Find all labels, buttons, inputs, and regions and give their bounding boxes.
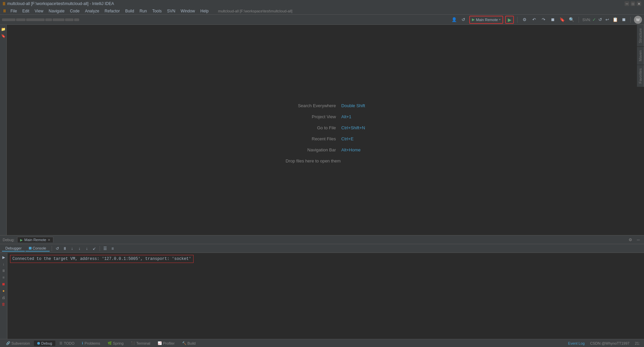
debug-frames-button[interactable]: ☰ <box>102 245 109 252</box>
close-button[interactable]: ✕ <box>637 1 641 6</box>
main-remote-button[interactable]: ▶ Main Remote ▾ <box>469 16 503 24</box>
app-icon: II <box>1 8 8 13</box>
avatar[interactable]: W <box>634 16 642 24</box>
todo-icon: ☰ <box>59 341 62 345</box>
menu-navigate[interactable]: Navigate <box>46 8 67 14</box>
menu-refactor[interactable]: Refactor <box>102 8 122 14</box>
debug-watches-button[interactable]: ≡ <box>109 245 116 252</box>
profiler-label: Profiler <box>163 341 175 345</box>
svn-check-icon: ✓ <box>592 17 596 22</box>
status-tab-profiler[interactable]: 📈 Profiler <box>154 341 178 346</box>
svn-area: SVN: ✓ ↺ ↩ 📋 ⏹ <box>582 17 627 22</box>
debug-left-buttons: ▶ ↓ ⏸ ≡ ⏹ ● 🖨 🗑 <box>0 253 7 339</box>
debug-delete-button[interactable]: 🗑 <box>1 301 7 307</box>
status-tab-terminal[interactable]: ⬛ Terminal <box>127 341 154 346</box>
remote-debug-button[interactable]: ▶ <box>505 16 514 24</box>
toolbar-nav-group <box>2 18 79 21</box>
status-tab-build[interactable]: 🔨 Build <box>179 341 199 346</box>
user-button[interactable]: 👤 <box>450 16 458 23</box>
toolbar-placeholder-7 <box>74 18 79 21</box>
titlebar: II multcloud-all [F:\workspace\test\mult… <box>0 0 644 7</box>
editor-hints: Search Everywhere Double Shift Project V… <box>286 103 365 163</box>
debug-session-tab[interactable]: ▶ Main Remote ✕ <box>17 237 53 242</box>
minimize-button[interactable]: ─ <box>625 1 629 6</box>
main-area: 📁 🔖 Search Everywhere Double Shift Proje… <box>0 25 644 235</box>
bookmark-btn[interactable]: 🔖 <box>558 16 566 23</box>
sync-button[interactable]: ↺ <box>460 16 467 23</box>
debug-resume-button[interactable]: ↓ <box>69 245 75 252</box>
hint-search-shortcut: Double Shift <box>341 103 365 108</box>
debug-header: Debug: ▶ Main Remote ✕ ⚙ ─ <box>0 235 644 244</box>
favorites-tab[interactable]: Favorites <box>637 65 644 87</box>
debug-minimize-button[interactable]: ─ <box>635 237 641 243</box>
svn-undo-button[interactable]: ↩ <box>604 17 610 22</box>
debug-pause-button[interactable]: ⏸ <box>1 268 7 274</box>
project-path: multcloud-all [F:\workspace\test\multclo… <box>218 9 292 13</box>
tab-debugger[interactable]: Debugger <box>2 246 25 252</box>
status-tab-problems[interactable]: ℹ Problems <box>78 341 103 346</box>
debug-btn-4[interactable]: ⏹ <box>549 16 556 23</box>
menu-run[interactable]: Run <box>137 8 150 14</box>
debug-step-button[interactable]: ↓ <box>1 261 7 267</box>
debug-force-button[interactable]: ↙ <box>91 245 98 252</box>
debug-rerun-button[interactable]: ↺ <box>54 245 61 252</box>
toolbar-placeholder-1 <box>2 18 15 21</box>
svn-label: SVN: <box>582 18 591 22</box>
maven-tab[interactable]: Maven <box>637 47 644 65</box>
debug-stop-red-button[interactable]: ⏹ <box>1 281 7 287</box>
event-log-button[interactable]: Event Log <box>567 341 586 346</box>
sidebar-project-icon[interactable]: 📁 <box>0 26 6 32</box>
toolbar-placeholder-6 <box>65 18 73 21</box>
debug-step-into-button[interactable]: ↓ <box>84 245 90 252</box>
window-controls: ─ □ ✕ <box>625 1 641 6</box>
menu-build[interactable]: Build <box>122 8 137 14</box>
menu-window[interactable]: Window <box>178 8 198 14</box>
session-close-button[interactable]: ✕ <box>48 238 50 242</box>
menu-edit[interactable]: Edit <box>20 8 32 14</box>
debug-stop-button[interactable]: ⏸ <box>61 245 68 252</box>
status-tab-todo[interactable]: ☰ TODO <box>56 341 78 346</box>
debug-list-button[interactable]: ≡ <box>1 274 7 280</box>
statusbar: 🔗 Subversion Debug ☰ TODO ℹ Problems 🌿 S… <box>0 339 644 347</box>
maximize-button[interactable]: □ <box>631 1 635 6</box>
debug-settings-button[interactable]: ⚙ <box>627 237 633 243</box>
build-label: Build <box>187 341 196 345</box>
debug-play-button[interactable]: ▶ <box>1 254 7 260</box>
debug-dot-icon <box>37 342 40 345</box>
menu-file[interactable]: File <box>8 8 19 14</box>
hint-search-label: Search Everywhere <box>286 103 336 108</box>
debug-btn-1[interactable]: ⚙ <box>521 16 528 23</box>
menu-view[interactable]: View <box>32 8 46 14</box>
debug-step-over-button[interactable]: ↓ <box>76 245 83 252</box>
spring-icon: 🌿 <box>108 341 112 345</box>
svn-stop-button[interactable]: ⏹ <box>621 17 627 22</box>
tab-console-label: Console <box>33 246 46 250</box>
bottom-panel: Debug: ▶ Main Remote ✕ ⚙ ─ Debugger Cons… <box>0 235 644 339</box>
console-dot-icon <box>29 247 32 250</box>
search-btn[interactable]: 🔍 <box>568 16 575 23</box>
debug-breakpoint-button[interactable]: ● <box>1 288 7 294</box>
debug-toolbar-sep <box>52 246 52 251</box>
debug-btn-2[interactable]: ↶ <box>530 16 538 23</box>
status-tab-spring[interactable]: 🌿 Spring <box>104 341 127 346</box>
sidebar-bookmark-icon[interactable]: 🔖 <box>0 33 6 39</box>
menu-help[interactable]: Help <box>198 8 211 14</box>
left-sidebar: 📁 🔖 <box>0 25 7 235</box>
svn-refresh-button[interactable]: ↺ <box>597 17 603 22</box>
debug-print-button[interactable]: 🖨 <box>1 294 7 300</box>
remote-icon: ▶ <box>472 17 475 22</box>
structure-tab[interactable]: Structure <box>637 25 644 47</box>
menu-svn[interactable]: SVN <box>164 8 178 14</box>
status-tab-subversion[interactable]: 🔗 Subversion <box>3 341 33 346</box>
menu-analyze[interactable]: Analyze <box>82 8 102 14</box>
terminal-label: Terminal <box>136 341 150 345</box>
tab-console[interactable]: Console <box>25 246 49 252</box>
subversion-label: Subversion <box>11 341 30 345</box>
debug-btn-3[interactable]: ↷ <box>540 16 547 23</box>
menu-code[interactable]: Code <box>67 8 82 14</box>
status-tab-debug[interactable]: Debug <box>34 341 55 346</box>
menu-tools[interactable]: Tools <box>150 8 164 14</box>
titlebar-left: II multcloud-all [F:\workspace\test\mult… <box>3 1 114 6</box>
svn-log-button[interactable]: 📋 <box>611 17 619 22</box>
profiler-icon: 📈 <box>158 341 162 345</box>
